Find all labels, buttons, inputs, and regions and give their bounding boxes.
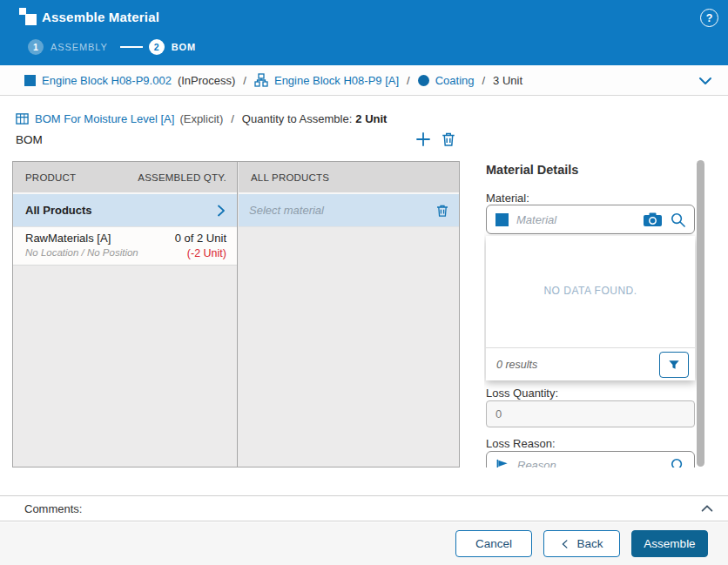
assemble-blocks-icon [19,8,37,25]
cancel-button[interactable]: Cancel [455,530,532,557]
panel-scrollbar[interactable] [697,160,704,467]
search-icon[interactable] [671,458,685,467]
step-1-circle[interactable]: 1 [28,39,44,55]
material-search-field[interactable] [486,205,695,234]
step-2-circle[interactable]: 2 [149,39,165,55]
table-header-right: ALL PRODUCTS [239,162,459,194]
camera-icon[interactable] [644,212,662,226]
select-material-placeholder: Select material [239,204,435,217]
breadcrumb-serial-link[interactable]: Engine Block H08-P9.002 [42,74,172,87]
serial-square-icon [24,75,36,86]
quantity-to-assemble-label: Quantity to Assemble: [242,112,352,125]
breadcrumb-quantity: 3 Unit [493,74,522,87]
panel-title: Material Details [486,163,578,177]
breadcrumb: Engine Block H08-P9.002 (InProcess) / En… [0,65,728,96]
flag-icon [495,459,510,468]
structure-icon [254,73,268,87]
bom-info-row: BOM For Moisture Level [A] (Explicit) / … [16,111,387,126]
chevron-down-icon[interactable] [697,72,714,90]
step-connector [120,46,143,48]
add-row-icon[interactable] [415,131,432,148]
loss-quantity-label: Loss Quantity: [486,387,558,400]
assembled-qty-value: 0 of 2 Unit [175,232,226,245]
all-products-label: All Products [13,204,214,217]
breadcrumb-serial-status: (InProcess) [178,74,235,87]
assemble-button[interactable]: Assemble [631,530,708,557]
chevron-right-icon[interactable] [214,204,228,218]
comments-label: Comments: [24,502,699,515]
material-location: No Location / No Position [25,247,175,258]
material-results-dropdown: NO DATA FOUND. 0 results [486,236,695,380]
bom-type: (Explicit) [179,112,223,125]
bom-link[interactable]: BOM For Moisture Level [A] [35,112,174,125]
breadcrumb-asbuilt-link[interactable]: Engine Block H08-P9 [A] [274,74,399,87]
delete-row-icon[interactable] [441,131,456,147]
loss-reason-input[interactable] [517,459,671,467]
dialog-footer: Cancel Back Assemble [0,522,728,565]
back-button-label: Back [576,537,603,550]
back-button[interactable]: Back [543,530,620,557]
bom-info-separator: / [231,112,234,125]
column-header-product: PRODUCT [13,172,138,183]
results-count: 0 results [496,359,659,371]
material-input[interactable] [516,213,644,226]
breadcrumb-operation-link[interactable]: Coating [435,74,475,87]
no-data-message: NO DATA FOUND. [486,285,695,297]
dialog-title: Assemble Material [42,10,159,24]
bom-section-label: BOM [16,133,43,146]
material-square-icon [495,213,509,226]
bom-all-products-pane: ALL PRODUCTS Select material [239,162,459,467]
funnel-icon [668,359,680,371]
quantity-to-assemble-value: 2 Unit [355,112,387,125]
step-indicator: 1 ASSEMBLY 2 BOM [28,38,196,56]
material-field-label: Material: [486,192,529,205]
grid-table-icon [16,112,29,125]
chevron-left-icon [560,539,570,549]
loss-reason-label: Loss Reason: [486,437,556,450]
loss-quantity-input[interactable] [487,401,694,427]
dialog-header: Assemble Material ? 1 ASSEMBLY 2 BOM [0,0,728,65]
step-2-label[interactable]: BOM [172,42,196,52]
breadcrumb-separator: / [482,74,485,87]
help-icon[interactable]: ? [700,9,718,27]
select-material-row[interactable]: Select material [239,194,459,227]
search-icon[interactable] [671,212,685,227]
breadcrumb-separator: / [407,74,410,87]
table-header-left: PRODUCT ASSEMBLED QTY. [13,162,237,194]
bom-products-pane: PRODUCT ASSEMBLED QTY. All Products RawM… [13,162,238,467]
column-header-assembled-qty: ASSEMBLED QTY. [138,172,237,183]
material-details-panel: Material Details Material: NO DATA FOUND… [484,159,698,467]
loss-reason-field[interactable] [486,451,695,467]
assembled-qty-delta: (-2 Unit) [175,247,226,259]
table-row-all-products[interactable]: All Products [13,194,237,227]
breadcrumb-separator: / [243,74,246,87]
operation-circle-icon [418,75,429,86]
trash-icon[interactable] [435,204,449,218]
comments-section[interactable]: Comments: [0,495,728,521]
column-header-all-products: ALL PRODUCTS [239,172,459,183]
bom-table: PRODUCT ASSEMBLED QTY. All Products RawM… [12,161,460,467]
table-row-raw-materials[interactable]: RawMaterials [A] No Location / No Positi… [13,227,237,266]
loss-quantity-field[interactable] [486,400,695,427]
chevron-up-icon[interactable] [699,501,715,516]
material-name: RawMaterials [A] [25,232,175,245]
step-1-label[interactable]: ASSEMBLY [51,42,108,52]
results-bar: 0 results [486,347,695,380]
filter-button[interactable] [659,352,689,378]
